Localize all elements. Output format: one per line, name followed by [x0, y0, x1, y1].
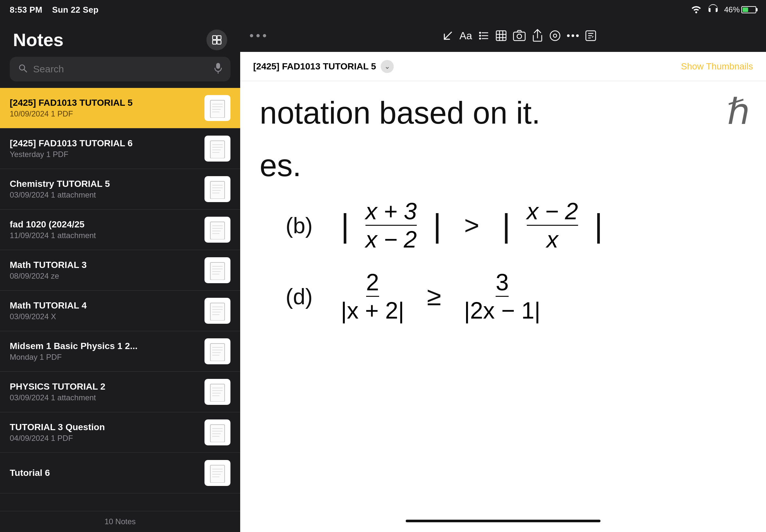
svg-point-75: [572, 34, 574, 37]
note-title-5: Math TUTORIAL 3: [10, 260, 198, 270]
notes-list: [2425] FAD1013 TUTORIAL 510/09/2024 1 PD…: [0, 88, 240, 511]
note-thumb-9: [204, 419, 230, 445]
svg-point-63: [479, 38, 481, 40]
svg-point-76: [576, 34, 579, 37]
note-info-8: PHYSICS TUTORIAL 203/09/2024 1 attachmen…: [10, 381, 198, 402]
note-info-9: TUTORIAL 3 Question04/09/2024 1 PDF: [10, 422, 198, 443]
battery-indicator: 46%: [724, 5, 756, 14]
status-bar: 8:53 PM Sun 22 Sep 46%: [0, 0, 766, 19]
fraction-b-lhs-num: x + 3: [365, 199, 417, 226]
svg-rect-2: [217, 36, 221, 40]
search-input[interactable]: [33, 64, 208, 75]
edit-button[interactable]: [582, 26, 600, 45]
note-meta-3: 03/09/2024 1 attachment: [10, 190, 198, 199]
note-meta-5: 08/09/2024 ze: [10, 272, 198, 281]
note-info-7: Midsem 1 Basic Physics 1 2...Monday 1 PD…: [10, 341, 198, 362]
note-title-9: TUTORIAL 3 Question: [10, 422, 198, 432]
fraction-b-lhs: x + 3 x − 2: [365, 199, 417, 251]
status-date: Sun 22 Sep: [52, 5, 98, 15]
note-list-item-5[interactable]: Math TUTORIAL 308/09/2024 ze: [0, 250, 240, 291]
ellipsis-menu-icon[interactable]: [250, 34, 266, 37]
svg-rect-65: [496, 31, 506, 41]
toolbar: Aa: [240, 19, 766, 52]
svg-line-5: [24, 69, 27, 72]
note-list-item-4[interactable]: fad 1020 (2024/2511/09/2024 1 attachment: [0, 210, 240, 250]
note-title-4: fad 1020 (2024/25: [10, 219, 198, 230]
note-meta-1: 10/09/2024 1 PDF: [10, 109, 198, 118]
fraction-d-rhs-den: |2x − 1|: [464, 297, 541, 322]
font-button[interactable]: Aa: [457, 26, 475, 45]
svg-line-58: [444, 32, 452, 39]
search-bar[interactable]: [10, 57, 230, 81]
svg-rect-1: [213, 40, 216, 44]
note-title-10: Tutorial 6: [10, 468, 198, 478]
note-list-item-8[interactable]: PHYSICS TUTORIAL 203/09/2024 1 attachmen…: [0, 372, 240, 412]
note-title-2: [2425] FAD1013 TUTORIAL 6: [10, 138, 198, 149]
math-row-d: (d) 2 |x + 2| ≥ 3 |2x − 1|: [286, 271, 541, 322]
pen-button[interactable]: [546, 26, 564, 45]
status-time: 8:53 PM: [10, 5, 42, 15]
more-button[interactable]: [564, 26, 582, 45]
note-title-3: Chemistry TUTORIAL 5: [10, 179, 198, 189]
examples-text: es.: [260, 148, 747, 183]
status-time-date: 8:53 PM Sun 22 Sep: [10, 5, 99, 15]
note-list-item-3[interactable]: Chemistry TUTORIAL 503/09/2024 1 attachm…: [0, 169, 240, 210]
bottom-line: [406, 520, 601, 522]
svg-point-71: [517, 34, 522, 39]
svg-point-59: [479, 32, 481, 34]
notation-text: notation based on it.: [260, 94, 541, 131]
abs-open-b2: |: [502, 209, 511, 242]
svg-rect-6: [216, 63, 220, 69]
status-right: 46%: [690, 4, 756, 16]
note-title-text: [2425] FAD1013 TUTORIAL 5: [253, 61, 376, 72]
note-meta-8: 03/09/2024 1 attachment: [10, 393, 198, 402]
compose-icon-button[interactable]: [206, 30, 227, 50]
note-list-item-10[interactable]: Tutorial 6: [0, 453, 240, 493]
microphone-icon[interactable]: [213, 62, 223, 76]
part-b-label: (b): [286, 213, 324, 238]
note-title-bar: [2425] FAD1013 TUTORIAL 5 ⌄: [253, 60, 394, 73]
note-list-item-1[interactable]: [2425] FAD1013 TUTORIAL 510/09/2024 1 PD…: [0, 88, 240, 128]
abs-close-b: |: [433, 209, 442, 242]
arrow-button[interactable]: [439, 26, 457, 45]
note-meta-7: Monday 1 PDF: [10, 353, 198, 362]
camera-button[interactable]: [510, 26, 529, 45]
note-info-10: Tutorial 6: [10, 468, 198, 478]
sidebar-footer: 10 Notes: [0, 511, 240, 532]
fraction-d-rhs: 3 |2x − 1|: [464, 271, 541, 322]
share-button[interactable]: [529, 26, 546, 45]
search-icon: [18, 63, 28, 76]
part-d-label: (d): [286, 284, 324, 309]
toolbar-center: Aa: [282, 26, 756, 45]
note-thumb-6: [204, 298, 230, 324]
note-list-item-2[interactable]: [2425] FAD1013 TUTORIAL 6Yesterday 1 PDF: [0, 128, 240, 169]
battery-fill: [743, 7, 748, 12]
show-thumbnails-button[interactable]: Show Thumbnails: [681, 61, 753, 72]
note-list-item-6[interactable]: Math TUTORIAL 403/09/2024 X: [0, 291, 240, 331]
fraction-d-lhs-den: |x + 2|: [341, 297, 405, 322]
note-list-item-7[interactable]: Midsem 1 Basic Physics 1 2...Monday 1 PD…: [0, 331, 240, 372]
note-meta-9: 04/09/2024 1 PDF: [10, 434, 198, 443]
dropdown-arrow-icon[interactable]: ⌄: [381, 60, 394, 73]
fraction-d-lhs-num: 2: [366, 271, 379, 297]
list-button[interactable]: [475, 26, 493, 45]
fraction-d-lhs: 2 |x + 2|: [341, 271, 405, 322]
note-info-3: Chemistry TUTORIAL 503/09/2024 1 attachm…: [10, 179, 198, 199]
svg-rect-70: [514, 32, 525, 41]
abs-open-b: |: [341, 209, 349, 242]
toolbar-left: [250, 34, 282, 37]
handwriting-hint: ℏ: [727, 91, 750, 132]
note-title-8: PHYSICS TUTORIAL 2: [10, 381, 198, 392]
note-thumb-1: [204, 95, 230, 121]
note-info-4: fad 1020 (2024/2511/09/2024 1 attachment: [10, 219, 198, 240]
main-container: Notes: [0, 19, 766, 532]
notes-count: 10 Notes: [104, 517, 136, 526]
abs-close-b2: |: [594, 209, 603, 242]
note-list-item-9[interactable]: TUTORIAL 3 Question04/09/2024 1 PDF: [0, 412, 240, 453]
svg-point-61: [479, 35, 481, 37]
svg-point-72: [550, 31, 560, 41]
note-info-6: Math TUTORIAL 403/09/2024 X: [10, 300, 198, 321]
fraction-d-rhs-num: 3: [496, 271, 509, 297]
note-thumb-5: [204, 257, 230, 283]
table-button[interactable]: [493, 26, 510, 45]
